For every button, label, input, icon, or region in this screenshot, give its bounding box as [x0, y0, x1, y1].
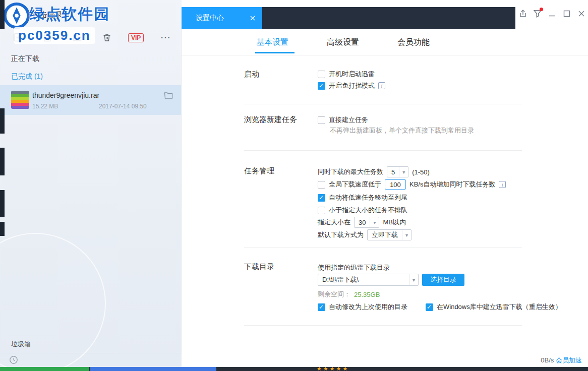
size-limit-label: 指定大小在	[318, 218, 350, 227]
option-label: 直接建立任务	[329, 115, 368, 125]
size-limit-dropdown[interactable]: 30	[354, 217, 379, 228]
checkbox-small-no-queue[interactable]	[318, 207, 325, 214]
tab-settings-center[interactable]: 设置中心	[182, 7, 262, 29]
tab-basic-settings[interactable]: 基本设置	[256, 37, 288, 48]
option-label: 全局下载速度低于	[329, 180, 381, 189]
window-controls	[518, 9, 586, 18]
max-tasks-label: 同时下载的最大任务数	[318, 167, 383, 176]
checkbox-autostart[interactable]	[318, 71, 325, 78]
divider	[244, 104, 522, 104]
tab-member-features[interactable]: 会员功能	[397, 37, 430, 48]
option-label: 自动修改为上次使用的目录	[329, 302, 407, 312]
active-tab-underline	[255, 52, 295, 53]
download-mode-value: 立即下载	[368, 230, 402, 239]
max-tasks-range: (1-50)	[412, 168, 430, 176]
divider	[244, 150, 522, 151]
file-type-icon	[11, 91, 29, 109]
chevron-down-icon	[402, 230, 411, 240]
download-path-value: D:\迅雷下载\	[318, 275, 363, 284]
divider	[244, 248, 522, 248]
statusbar-right: 0B/s 会员加速	[541, 356, 582, 365]
download-item-row[interactable]: thunder9greenvjiu.rar 15.22 MB 2017-07-1…	[0, 85, 181, 115]
size-limit-suffix: MB以内	[383, 218, 406, 227]
maximize-icon[interactable]	[562, 9, 571, 18]
choose-directory-button[interactable]: 选择目录	[422, 274, 464, 286]
share-icon[interactable]	[518, 9, 527, 18]
chevron-down-icon	[409, 274, 418, 285]
close-icon[interactable]	[577, 9, 586, 18]
background-window-sliver	[0, 108, 5, 134]
speed-threshold-input[interactable]	[385, 179, 406, 190]
section-label-startup: 启动	[244, 70, 259, 79]
browser-hint-text: 不再弹出新建面板，单个文件直接下载到常用目录	[330, 126, 474, 135]
checkbox-global-speed[interactable]	[318, 181, 325, 189]
background-window-sliver	[0, 222, 5, 236]
download-mode-dropdown[interactable]: 立即下载	[367, 229, 411, 240]
max-tasks-value: 5	[387, 168, 399, 176]
trash-icon[interactable]	[102, 32, 112, 42]
info-icon[interactable]	[499, 181, 506, 188]
watermark-site-url: pc0359.cn	[14, 27, 95, 44]
option-label: 开启免打扰模式	[329, 81, 375, 90]
file-size: 15.22 MB	[32, 103, 58, 110]
rating-stars-icon	[317, 367, 349, 371]
use-directory-label: 使用指定的迅雷下载目录	[318, 263, 390, 272]
section-label-directory: 下载目录	[244, 262, 274, 272]
section-label-task: 任务管理	[244, 166, 274, 176]
more-menu-icon[interactable]	[160, 31, 171, 43]
download-speed: 0B/s	[541, 356, 554, 364]
background-window-sliver	[0, 190, 5, 217]
option-label: 在Windows库中建立迅雷下载（重启生效）	[437, 302, 562, 312]
free-space-label: 剩余空间：	[318, 290, 350, 299]
watermark-logo-icon	[3, 2, 30, 29]
section-label-browser: 浏览器新建任务	[244, 115, 297, 125]
divider	[182, 55, 588, 55]
taskbar-app-green[interactable]	[0, 367, 89, 371]
size-limit-value: 30	[355, 219, 370, 226]
file-date: 2017-07-14 09:50	[99, 103, 147, 110]
background-window-sliver	[0, 0, 5, 29]
decorative-circle	[0, 233, 106, 371]
dialog-title: 设置中心	[196, 14, 224, 23]
speed-suffix-label: KB/s自动增加同时下载任务数	[409, 180, 495, 189]
option-label: 小于指定大小的任务不排队	[329, 206, 407, 215]
app-window: 点击登录 绿点软件园 pc0359.cn VIP 正在下载 已完成 (1) th…	[0, 0, 588, 371]
checkbox-auto-modify-dir[interactable]	[318, 303, 325, 311]
checkbox-windows-library[interactable]	[426, 303, 433, 311]
option-label: 自动将低速任务移动至列尾	[329, 193, 407, 202]
schedule-clock-icon[interactable]	[9, 355, 18, 364]
divider	[181, 29, 182, 353]
option-label: 开机时启动迅雷	[329, 70, 375, 79]
notification-dot	[540, 8, 543, 11]
chevron-down-icon	[399, 167, 408, 177]
divider	[244, 325, 522, 326]
member-accelerate-link[interactable]: 会员加速	[556, 356, 582, 364]
sidebar-item-downloading[interactable]: 正在下载	[11, 54, 39, 64]
settings-dialog-titlebar: 设置中心	[182, 7, 515, 29]
free-space-value: 25.35GB	[354, 291, 380, 298]
tab-advanced-settings[interactable]: 高级设置	[327, 37, 359, 48]
divider	[0, 353, 182, 353]
chevron-down-icon	[370, 217, 379, 227]
info-icon[interactable]	[378, 82, 385, 89]
download-mode-label: 默认下载方式为	[318, 230, 364, 239]
download-path-dropdown[interactable]: D:\迅雷下载\	[318, 274, 419, 286]
sidebar-item-trash[interactable]: 垃圾箱	[11, 340, 31, 349]
file-name: thunder9greenvjiu.rar	[32, 91, 99, 99]
vip-filter-icon[interactable]	[533, 9, 542, 18]
watermark-site-name: 绿点软件园	[29, 4, 110, 25]
minimize-icon[interactable]	[548, 9, 557, 18]
sidebar-item-completed[interactable]: 已完成 (1)	[11, 72, 43, 81]
open-folder-icon[interactable]	[164, 91, 173, 99]
checkbox-dnd-mode[interactable]	[318, 82, 325, 90]
checkbox-move-slow-tasks[interactable]	[318, 194, 325, 202]
background-window-sliver	[0, 148, 5, 175]
close-tab-icon[interactable]	[249, 15, 256, 22]
checkbox-direct-task[interactable]	[318, 116, 325, 124]
os-taskbar	[0, 367, 588, 371]
vip-button[interactable]: VIP	[128, 33, 144, 42]
max-tasks-dropdown[interactable]: 5	[387, 166, 408, 177]
taskbar-app-blue[interactable]	[90, 367, 216, 371]
